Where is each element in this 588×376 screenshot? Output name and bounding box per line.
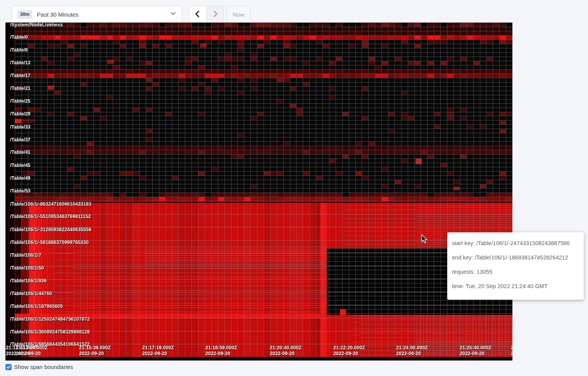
time-range-label: Past 30 Minutes [37,11,170,18]
key-visualizer-canvas[interactable] [5,22,512,361]
tooltip-line: start key: /Table/106/1/-247433150824388… [452,236,578,251]
show-span-boundaries-checkbox[interactable] [5,364,12,370]
tooltip-line: time: Tue, 20 Sep 2022 21:24:40 GMT [452,279,578,294]
back-button[interactable] [189,6,206,22]
footer: Show span boundaries [5,364,73,370]
time-range-badge: 30m [17,10,32,19]
tooltip-line: end key: /Table/106/1/-18683814745282642… [452,251,578,265]
tooltip-line: requests: 13055 [452,265,578,279]
chevron-left-icon [193,9,202,20]
now-button[interactable]: Now [226,6,250,23]
time-range-select[interactable]: 30m Past 30 Minutes [12,6,182,23]
time-nav-group [189,6,224,23]
tooltip: start key: /Table/106/1/-247433150824388… [447,232,584,300]
chevron-right-icon [210,9,220,20]
key-visualizer: /System/NodeLiveness/Table/0/Table/6/Tab… [5,22,512,361]
chevron-down-icon [170,10,176,18]
check-icon [6,365,11,369]
checkbox-label: Show span boundaries [14,364,73,370]
forward-button[interactable] [206,6,223,22]
